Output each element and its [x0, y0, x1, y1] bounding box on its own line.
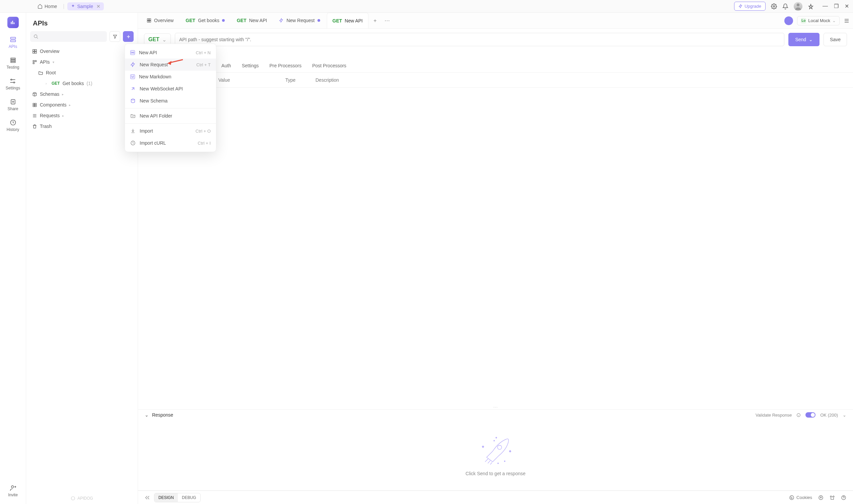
rail-settings-label: Settings: [6, 86, 20, 90]
pin-icon[interactable]: [808, 3, 814, 10]
send-button[interactable]: Send ⌄: [788, 33, 819, 46]
cookies-button[interactable]: Cookies: [789, 495, 812, 500]
dd-import-label: Import: [140, 128, 153, 133]
help-icon[interactable]: [841, 495, 846, 500]
dd-new-request[interactable]: New Request Ctrl + T: [125, 59, 216, 71]
sidebar-item-trash[interactable]: Trash: [30, 121, 134, 132]
bell-icon[interactable]: [782, 3, 788, 10]
sidebar-search[interactable]: [30, 31, 107, 42]
info-icon[interactable]: [796, 413, 801, 417]
tab-new-request[interactable]: New Request: [274, 13, 325, 29]
tshirt-icon[interactable]: [830, 495, 835, 500]
add-dropdown: 96 New API Ctrl + N New Request Ctrl + T…: [125, 43, 216, 152]
rail-testing-label: Testing: [6, 65, 19, 70]
chevron-right-icon: ▸: [62, 114, 66, 118]
env-badge: Lo: [801, 18, 806, 23]
sidebar-item-components[interactable]: Components ▸: [30, 100, 134, 110]
gear-icon[interactable]: [771, 3, 777, 10]
col-description: Description: [315, 77, 846, 83]
svg-rect-17: [35, 49, 37, 51]
rail-item-history[interactable]: History: [7, 119, 19, 132]
svg-point-10: [11, 79, 12, 80]
sidebar-get-books-label: Get books: [62, 81, 84, 86]
new-tab-button[interactable]: +: [370, 15, 380, 26]
tabs-bar: Overview GET Get books GET New API New R…: [138, 13, 853, 29]
tab-new-request-label: New Request: [286, 18, 314, 23]
left-rail: APIs Testing Settings Share History In: [0, 13, 26, 504]
sidebar-item-get-books[interactable]: › GET Get books (1): [43, 78, 134, 89]
window-close-icon[interactable]: ✕: [845, 3, 849, 10]
dd-new-websocket[interactable]: New WebSocket API: [125, 83, 216, 95]
panel-resize-handle[interactable]: …: [138, 402, 853, 409]
svg-rect-4: [13, 22, 14, 24]
plus-icon: [126, 34, 131, 39]
mode-debug[interactable]: DEBUG: [178, 493, 200, 502]
subtab-auth[interactable]: Auth: [221, 59, 231, 72]
subtab-post-processors[interactable]: Post Processors: [312, 59, 346, 72]
rail-item-share[interactable]: Share: [7, 98, 18, 111]
titlebar-tab-home[interactable]: Home: [34, 2, 60, 11]
dd-new-markdown[interactable]: M New Markdown: [125, 71, 216, 83]
close-icon[interactable]: ✕: [96, 4, 101, 9]
rail-invite-label: Invite: [8, 492, 18, 497]
mode-design[interactable]: DESIGN: [155, 493, 178, 502]
filter-button[interactable]: [110, 31, 120, 42]
window-minimize-icon[interactable]: —: [822, 3, 828, 10]
dd-import[interactable]: Import Ctrl + O: [125, 125, 216, 137]
chevron-right-icon: ▸: [69, 103, 72, 107]
dd-import-curl-label: Import cURL: [140, 140, 166, 146]
dd-new-folder[interactable]: New API Folder: [125, 110, 216, 122]
titlebar-home-label: Home: [44, 4, 57, 9]
method-badge: GET: [52, 81, 60, 86]
validate-toggle[interactable]: [805, 412, 816, 418]
response-status[interactable]: OK (200): [820, 413, 838, 418]
subtab-pre-processors[interactable]: Pre Processors: [269, 59, 302, 72]
tab-method: GET: [237, 18, 247, 23]
dd-import-curl[interactable]: Import cURL Ctrl + I: [125, 137, 216, 149]
settings-icon: [10, 78, 16, 84]
window-maximize-icon[interactable]: ❐: [834, 3, 839, 10]
api-path-input[interactable]: [175, 33, 784, 46]
dd-new-schema[interactable]: New Schema: [125, 95, 216, 107]
collapse-left-icon[interactable]: [145, 495, 150, 500]
sidebar-item-apis[interactable]: APIs ▾: [30, 57, 134, 67]
tab-new-api-2[interactable]: GET New API: [327, 13, 368, 29]
overview-tab-icon: [147, 18, 151, 23]
upgrade-button[interactable]: Upgrade: [734, 2, 766, 11]
send-label: Send: [795, 37, 806, 42]
sidebar-item-overview[interactable]: Overview: [30, 46, 134, 57]
upload-icon[interactable]: [818, 495, 823, 500]
sidebar-item-requests[interactable]: Requests ▸: [30, 110, 134, 121]
response-title: Response: [152, 412, 173, 418]
chevron-down-icon[interactable]: ⌄: [842, 413, 846, 418]
sync-icon[interactable]: [784, 16, 793, 25]
rail-item-testing[interactable]: Testing: [6, 57, 19, 70]
add-button[interactable]: [123, 31, 134, 42]
dd-new-api[interactable]: 96 New API Ctrl + N: [125, 47, 216, 59]
tab-overview[interactable]: Overview: [141, 13, 179, 29]
sparkle-icon: [71, 4, 75, 9]
tab-new-api[interactable]: GET New API: [232, 13, 272, 29]
tab-new-api-label: New API: [249, 18, 267, 23]
chevron-down-icon[interactable]: ⌄: [145, 412, 149, 418]
menu-icon[interactable]: [843, 18, 850, 24]
env-selector[interactable]: Lo Local Mock ⌄: [797, 16, 840, 25]
tab-overflow-button[interactable]: ⋯: [382, 15, 393, 26]
sidebar-get-books-count: (1): [87, 81, 92, 86]
svg-rect-20: [33, 60, 35, 61]
user-avatar[interactable]: [794, 2, 802, 11]
app-logo[interactable]: [7, 17, 19, 28]
mode-toggle: DESIGN DEBUG: [154, 493, 201, 502]
apidog-logo-icon: [71, 496, 75, 501]
tab-get-books[interactable]: GET Get books: [180, 13, 230, 29]
save-button[interactable]: Save: [823, 33, 847, 46]
titlebar-tab-sample[interactable]: Sample ✕: [67, 2, 104, 11]
rail-item-settings[interactable]: Settings: [6, 78, 20, 90]
sidebar-item-root[interactable]: Root: [36, 67, 134, 78]
rail-item-invite[interactable]: Invite: [8, 485, 18, 497]
sidebar-item-schemas[interactable]: Schemas ▸: [30, 89, 134, 100]
upgrade-label: Upgrade: [744, 4, 761, 9]
content: Overview GET Get books GET New API New R…: [138, 13, 853, 504]
subtab-settings[interactable]: Settings: [242, 59, 259, 72]
rail-item-apis[interactable]: APIs: [9, 36, 17, 49]
